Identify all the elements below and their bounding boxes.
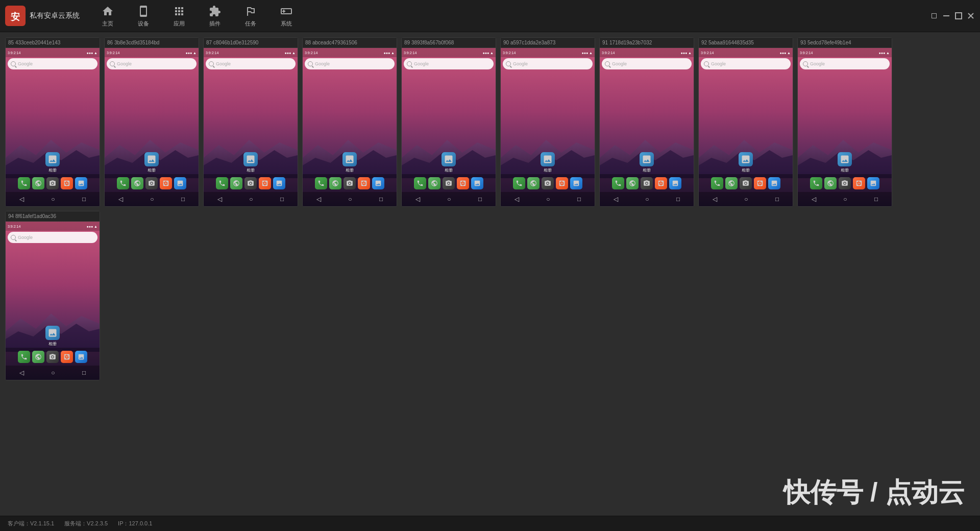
- phone-card-85[interactable]: 85 433ceeb20441e143 3:9:2:14 ●●● ▲ Googl…: [5, 37, 100, 207]
- back-button[interactable]: ◁: [19, 369, 24, 376]
- dock-phone[interactable]: [18, 177, 30, 189]
- dock-browser[interactable]: [32, 177, 44, 189]
- phone-searchbar[interactable]: Google: [305, 58, 395, 69]
- home-button[interactable]: ○: [150, 196, 154, 203]
- dock-camera[interactable]: [46, 177, 59, 189]
- dock-phone[interactable]: [513, 177, 525, 189]
- back-button[interactable]: ◁: [217, 196, 222, 203]
- dock-phone[interactable]: [810, 177, 822, 189]
- restore-button[interactable]: [930, 12, 938, 20]
- maximize-button[interactable]: [954, 12, 963, 20]
- phone-searchbar[interactable]: Google: [206, 58, 296, 69]
- phone-card-92[interactable]: 92 5abaa91644835d35 3:9:2:14 ●●● ▲ Googl…: [698, 37, 793, 207]
- back-button[interactable]: ◁: [514, 196, 519, 203]
- nav-task[interactable]: 任务: [233, 0, 268, 32]
- home-button[interactable]: ○: [843, 196, 847, 203]
- dock-gallery[interactable]: [372, 177, 384, 189]
- dock-camera[interactable]: [344, 177, 356, 189]
- back-button[interactable]: ◁: [415, 196, 420, 203]
- recents-button[interactable]: □: [676, 196, 680, 203]
- dock-settings[interactable]: [853, 177, 865, 189]
- home-button[interactable]: ○: [51, 369, 55, 376]
- dock-settings[interactable]: [61, 351, 73, 363]
- dock-gallery[interactable]: [75, 177, 87, 189]
- phone-searchbar[interactable]: Google: [602, 58, 692, 69]
- dock-camera[interactable]: [641, 177, 653, 189]
- nav-plugin[interactable]: 插件: [197, 0, 233, 32]
- dock-phone[interactable]: [612, 177, 624, 189]
- dock-gallery[interactable]: [570, 177, 582, 189]
- phone-searchbar[interactable]: Google: [8, 232, 97, 243]
- dock-settings[interactable]: [259, 177, 271, 189]
- phone-card-89[interactable]: 89 3893f8a567b0f068 3:9:2:14 ●●● ▲ Googl…: [401, 37, 496, 207]
- dock-camera[interactable]: [145, 177, 158, 189]
- home-button[interactable]: ○: [51, 196, 55, 203]
- dock-settings[interactable]: [61, 177, 73, 189]
- dock-camera[interactable]: [542, 177, 554, 189]
- dock-phone[interactable]: [18, 351, 30, 363]
- dock-settings[interactable]: [655, 177, 667, 189]
- phone-searchbar[interactable]: Google: [503, 58, 593, 69]
- dock-browser[interactable]: [725, 177, 738, 189]
- dock-browser[interactable]: [131, 177, 143, 189]
- phone-card-93[interactable]: 93 5edcd78efe49b1e4 3:9:2:14 ●●● ▲ Googl…: [797, 37, 892, 207]
- phone-searchbar[interactable]: Google: [404, 58, 494, 69]
- phone-screen[interactable]: 3:9:2:14 ●●● ▲ Google: [798, 48, 892, 206]
- phone-searchbar[interactable]: Google: [800, 58, 890, 69]
- recents-button[interactable]: □: [379, 196, 383, 203]
- phone-card-88[interactable]: 88 abceadc479361506 3:9:2:14 ●●● ▲ Googl…: [302, 37, 397, 207]
- phone-screen[interactable]: 3:9:2:14 ●●● ▲ Google: [402, 48, 496, 206]
- phone-screen[interactable]: 3:9:2:14 ●●● ▲ Google: [6, 48, 100, 206]
- dock-phone[interactable]: [117, 177, 129, 189]
- home-button[interactable]: ○: [249, 196, 253, 203]
- recents-button[interactable]: □: [82, 369, 86, 376]
- nav-device[interactable]: 设备: [126, 0, 161, 32]
- recents-button[interactable]: □: [874, 196, 878, 203]
- phone-screen[interactable]: 3:9:2:14 ●●● ▲ Google: [303, 48, 397, 206]
- nav-home[interactable]: 主页: [90, 0, 126, 32]
- phone-screen[interactable]: 3:9:2:14 ●●● ▲ Google: [501, 48, 595, 206]
- phone-card-86[interactable]: 86 3b8e3cd9d35184bd 3:9:2:14 ●●● ▲ Googl…: [104, 37, 199, 207]
- dock-gallery[interactable]: [75, 351, 87, 363]
- close-button[interactable]: [967, 12, 975, 20]
- dock-gallery[interactable]: [273, 177, 285, 189]
- phone-screen[interactable]: 3:9:2:14 ●●● ▲ Google: [6, 222, 100, 380]
- phone-screen[interactable]: 3:9:2:14 ●●● ▲ Google: [204, 48, 298, 206]
- phone-searchbar[interactable]: Google: [107, 58, 197, 69]
- dock-browser[interactable]: [230, 177, 242, 189]
- phone-screen[interactable]: 3:9:2:14 ●●● ▲ Google: [600, 48, 694, 206]
- phone-searchbar[interactable]: Google: [8, 58, 97, 69]
- phone-card-90[interactable]: 90 a597c1dda2e3a873 3:9:2:14 ●●● ▲ Googl…: [500, 37, 595, 207]
- back-button[interactable]: ◁: [713, 196, 717, 203]
- dock-settings[interactable]: [556, 177, 568, 189]
- dock-browser[interactable]: [626, 177, 639, 189]
- dock-camera[interactable]: [839, 177, 851, 189]
- phone-card-94[interactable]: 94 8f61afef1ad0ac36 3:9:2:14 ●●● ▲ Googl…: [5, 211, 100, 380]
- dock-browser[interactable]: [428, 177, 440, 189]
- dock-browser[interactable]: [32, 351, 44, 363]
- home-button[interactable]: ○: [744, 196, 748, 203]
- minimize-button[interactable]: [942, 12, 950, 20]
- dock-phone[interactable]: [711, 177, 723, 189]
- dock-settings[interactable]: [754, 177, 766, 189]
- recents-button[interactable]: □: [577, 196, 581, 203]
- recents-button[interactable]: □: [82, 196, 86, 203]
- dock-browser[interactable]: [824, 177, 837, 189]
- nav-system[interactable]: 系统: [268, 0, 304, 32]
- dock-phone[interactable]: [216, 177, 228, 189]
- dock-gallery[interactable]: [174, 177, 186, 189]
- dock-gallery[interactable]: [669, 177, 681, 189]
- dock-gallery[interactable]: [867, 177, 879, 189]
- dock-gallery[interactable]: [471, 177, 483, 189]
- dock-browser[interactable]: [329, 177, 341, 189]
- back-button[interactable]: ◁: [19, 196, 24, 203]
- back-button[interactable]: ◁: [614, 196, 618, 203]
- recents-button[interactable]: □: [280, 196, 284, 203]
- home-button[interactable]: ○: [546, 196, 550, 203]
- dock-camera[interactable]: [740, 177, 752, 189]
- home-button[interactable]: ○: [348, 196, 352, 203]
- home-button[interactable]: ○: [645, 196, 649, 203]
- recents-button[interactable]: □: [775, 196, 779, 203]
- dock-gallery[interactable]: [768, 177, 780, 189]
- home-button[interactable]: ○: [447, 196, 451, 203]
